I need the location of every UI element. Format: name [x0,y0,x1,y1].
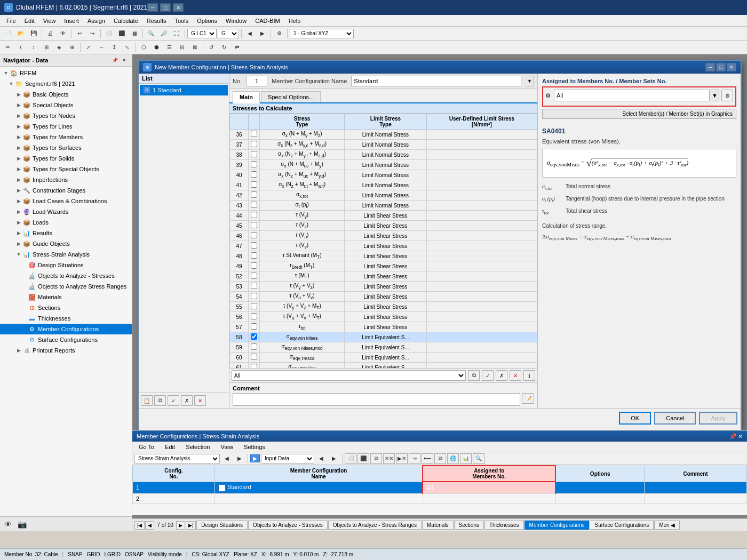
cb-61[interactable] [249,363,260,369]
tb2-3[interactable]: ↕ [28,42,39,53]
bp-combo2-prev[interactable]: ◀ [315,453,327,464]
bp-tb5[interactable]: ▶✕ [396,453,408,464]
cb-43[interactable] [249,201,260,211]
bp-row-2[interactable]: 2 [133,493,747,503]
bp-tb10[interactable]: 📊 [460,453,472,464]
ts-expand[interactable]: ▶ [15,144,22,151]
status-osnap[interactable]: OSNAP [125,551,144,557]
menu-cadbim[interactable]: CAD-BIM [251,17,284,25]
nav-item-objects-stresses[interactable]: 🔬 Objects to Analyze - Stresses [0,270,132,281]
tb2-15[interactable]: ⊠ [189,42,201,53]
basic-expand[interactable]: ▶ [15,91,22,98]
bp-row-1[interactable]: 1 ⚙Standard All [133,482,747,493]
cb-56[interactable] [249,312,260,322]
nav-item-loads[interactable]: ▶ 📦 Loads [0,217,132,228]
ssa-expand[interactable]: ▼ [15,251,22,258]
btab-member-configs[interactable]: Member Configurations [525,521,590,530]
cb-48[interactable] [249,251,260,261]
res-expand[interactable]: ▶ [15,229,22,237]
footer-copy-btn[interactable]: ⧉ [468,370,480,381]
assigned-dropdown-btn[interactable]: ▼ [711,90,719,101]
menu-view[interactable]: View [39,17,60,25]
btab-materials[interactable]: Materials [422,521,454,530]
tb2-flip[interactable]: ↻ [218,42,230,53]
list-up-btn[interactable]: ✓ [168,395,179,406]
nav-item-load-wizards[interactable]: ▶ 🔮 Load Wizards [0,206,132,217]
nav-item-special-objects[interactable]: ▶ 📦 Special Objects [0,100,132,110]
menu-file[interactable]: File [2,17,20,25]
tl-expand[interactable]: ▶ [15,123,22,130]
sc-expand[interactable] [22,336,28,343]
pr-expand[interactable]: ▶ [15,347,22,354]
tb2-12[interactable]: ⬢ [150,42,162,53]
list-down-btn[interactable]: ✗ [181,395,193,406]
tb-undo[interactable]: ↩ [74,28,85,39]
nav-item-types-surfaces[interactable]: ▶ 📦 Types for Surfaces [0,142,132,153]
tb-redo[interactable]: ↪ [86,28,98,39]
btab-design-situations[interactable]: Design Situations [196,521,248,530]
tb-nav-prev[interactable]: ◀ [244,28,256,39]
bp-combo2-next[interactable]: ▶ [328,453,340,464]
list-item-1[interactable]: ⚙ 1 Standard [140,85,228,95]
cb-41[interactable] [249,180,260,190]
tb2-10[interactable]: ⤡ [121,42,133,53]
cb-38[interactable] [249,150,260,160]
nav-item-types-solids[interactable]: ▶ 📦 Types for Solids [0,153,132,164]
bp-menu-goto[interactable]: Go To [134,443,158,451]
tb2-13[interactable]: ☰ [163,42,175,53]
comment-btn[interactable]: 📝 [522,393,534,404]
nav-item-design-situations[interactable]: 🎯 Design Situations [0,260,132,270]
cb-53[interactable] [249,282,260,292]
project-expand-icon[interactable]: ▼ [7,80,15,87]
bp-menu-edit[interactable]: Edit [161,443,179,451]
cb-59[interactable] [249,342,260,353]
tb2-6[interactable]: ⊕ [66,42,78,53]
tb-print[interactable]: 🖨 [44,28,56,39]
name-input[interactable] [351,76,521,86]
nav-item-types-members[interactable]: ▶ 📦 Types for Members [0,132,132,142]
footer-uncheck-btn[interactable]: ✗ [496,370,507,381]
stresses-filter-combo[interactable]: All [232,370,466,381]
mat-expand[interactable] [22,293,28,301]
tab-special-options[interactable]: Special Options... [261,91,321,102]
nav-item-types-nodes[interactable]: ▶ 📦 Types for Nodes [0,110,132,121]
comment-input[interactable] [233,393,520,406]
th-expand[interactable] [22,315,28,322]
status-grid[interactable]: GRID [86,551,100,557]
cb-57[interactable] [249,322,260,332]
cb-45[interactable] [249,221,260,231]
bp-tb3[interactable]: ⧉ [370,453,382,464]
rfem-expand-icon[interactable]: ▼ [2,69,10,77]
footer-check-btn[interactable]: ✓ [482,370,494,381]
tb2-9[interactable]: ↧ [108,42,120,53]
tb-new[interactable]: 📄 [2,28,14,39]
tb-zoom-all[interactable]: ⛶ [171,28,182,39]
btabs-last[interactable]: ▶| [186,521,196,530]
bp-tb9[interactable]: 🌐 [447,453,459,464]
nav-item-materials[interactable]: 🧱 Materials [0,292,132,302]
footer-info-btn[interactable]: ℹ [523,370,535,381]
tb2-5[interactable]: ◈ [53,42,65,53]
os-expand[interactable] [22,272,28,279]
tb-view2[interactable]: ⬛ [116,28,128,39]
menu-help[interactable]: Help [284,17,305,25]
bp-tb1[interactable]: ⬜ [345,453,356,464]
btab-sections[interactable]: Sections [454,521,484,530]
lo-expand[interactable]: ▶ [15,219,22,226]
menu-calculate[interactable]: Calculate [109,17,142,25]
tab-main[interactable]: Main [233,91,260,103]
tb2-4[interactable]: ⊞ [41,42,52,53]
tb-view3[interactable]: ▦ [129,28,140,39]
nav-item-construction[interactable]: ▶ 🔨 Construction Stages [0,185,132,196]
nav-item-stress-strain[interactable]: ▼ 📊 Stress-Strain Analysis [0,249,132,260]
bp-menu-settings[interactable]: Settings [240,443,269,451]
tb-g-combo[interactable]: G [218,29,239,38]
cb-58[interactable] [249,332,260,342]
bp-combo2[interactable]: Input Data [261,454,314,463]
tb2-7[interactable]: ⤢ [83,42,94,53]
nav-close[interactable]: ✕ [120,56,129,65]
list-copy-btn[interactable]: ⧉ [154,395,166,406]
imp-expand[interactable]: ▶ [15,176,22,183]
nav-item-rfem[interactable]: ▼ 🏠 RFEM [0,68,132,78]
cb-40[interactable] [249,170,260,180]
